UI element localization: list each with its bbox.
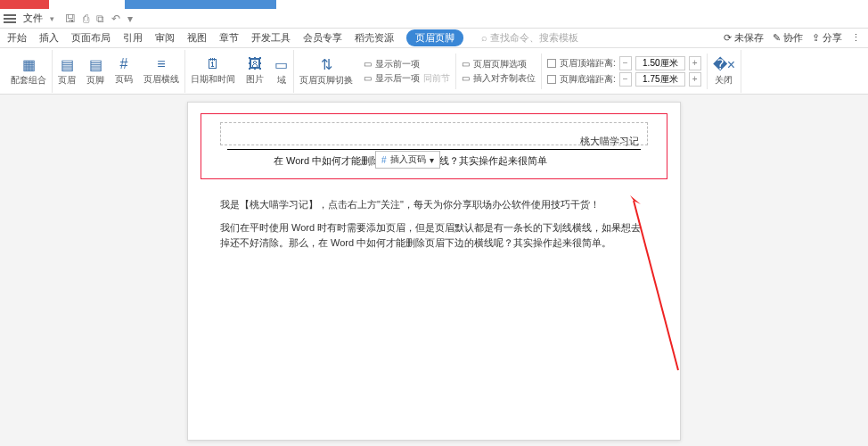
dec-top[interactable]: − — [619, 56, 632, 70]
grp-prevnext: ▭显示前一项 ▭显示后一项同前节 — [358, 58, 455, 85]
quick-access: 🖫 ⎙ ⧉ ↶ ▾ — [58, 12, 133, 25]
show-prev[interactable]: 显示前一项 — [375, 58, 420, 70]
inc-top[interactable]: + — [689, 56, 701, 70]
tab-layout[interactable]: 页面布局 — [71, 31, 111, 45]
preview-icon[interactable]: ⧉ — [96, 12, 104, 25]
undo-icon[interactable]: ↶ — [111, 12, 120, 25]
inc-bot[interactable]: + — [689, 72, 701, 87]
grp-pagenum[interactable]: #页码 — [110, 50, 138, 93]
prev-icon[interactable]: ▭ — [364, 59, 372, 69]
title-bar — [0, 0, 868, 9]
same-prev[interactable]: 同前节 — [423, 72, 450, 85]
opt-icon[interactable]: ▭ — [462, 59, 470, 69]
caret-icon: ▾ — [430, 155, 434, 165]
hf-options[interactable]: 页眉页脚选项 — [473, 58, 527, 70]
print-icon[interactable]: ⎙ — [83, 12, 89, 25]
grp-header[interactable]: ▤页眉 — [53, 50, 81, 93]
tab-reference[interactable]: 引用 — [123, 31, 143, 45]
grp-distance: 页眉顶端距离:−+ 页脚底端距离:−+ — [542, 56, 707, 87]
hamburger-icon[interactable] — [4, 14, 16, 23]
tab-icon[interactable]: ▭ — [462, 73, 470, 83]
grp-options: ▭页眉页脚选项 ▭插入对齐制表位 — [456, 58, 541, 85]
workspace: ▤ 页眉 桃大喵学习记 在 Word 中如何才能删除页眉下边的横线？其实操作起来… — [0, 95, 868, 446]
tab-start[interactable]: 开始 — [7, 31, 27, 45]
pagenum-icon: # — [381, 155, 387, 165]
tab-view[interactable]: 视图 — [187, 31, 207, 45]
redo-icon[interactable]: ▾ — [127, 12, 133, 25]
input-bot[interactable] — [635, 72, 685, 87]
paragraph-2: 我们在平时使用 Word 时有时需要添加页眉，但是页眉默认都是有一条长的下划线横… — [220, 220, 648, 250]
next-icon[interactable]: ▭ — [364, 73, 372, 83]
tabs-row: 开始 插入 页面布局 引用 审阅 视图 章节 开发工具 会员专享 稻壳资源 页眉… — [0, 29, 868, 48]
check-bot[interactable] — [547, 75, 556, 84]
align-tab[interactable]: 插入对齐制表位 — [473, 72, 536, 85]
show-next[interactable]: 显示后一项 — [375, 72, 420, 85]
lbl-top: 页眉顶端距离: — [560, 57, 616, 70]
tab-insert[interactable]: 插入 — [39, 31, 59, 45]
coop-button[interactable]: ✎ 协作 — [773, 31, 803, 45]
share-button[interactable]: ⇪ 分享 — [812, 31, 842, 45]
grp-picture[interactable]: 🖼图片 — [241, 50, 269, 93]
grp-field[interactable]: ▭域 — [269, 50, 294, 93]
paragraph-1: 我是【桃大喵学习记】，点击右上方"关注"，每天为你分享职场办公软件使用技巧干货！ — [220, 197, 648, 212]
grp-headerline[interactable]: ≡页眉横线 — [138, 50, 185, 93]
grp-footer[interactable]: ▤页脚 — [81, 50, 110, 93]
tab-review[interactable]: 审阅 — [155, 31, 175, 45]
check-top[interactable] — [547, 59, 556, 68]
tab-member[interactable]: 会员专享 — [303, 31, 342, 45]
ribbon: ▦配套组合 ▤页眉 ▤页脚 #页码 ≡页眉横线 🗓日期和时间 🖼图片 ▭域 ⇅页… — [0, 48, 868, 95]
grp-combo[interactable]: ▦配套组合 — [5, 50, 53, 93]
page: 桃大喵学习记 在 Word 中如何才能删除页眉下边的横线？其实操作起来很简单 #… — [187, 102, 681, 441]
pagenum-label: 插入页码 — [390, 153, 426, 166]
save-icon[interactable]: 🖫 — [65, 12, 76, 25]
grp-switch[interactable]: ⇅页眉页脚切换 — [294, 50, 358, 93]
header-text[interactable]: 桃大喵学习记 — [227, 135, 641, 150]
lbl-bot: 页脚底端距离: — [560, 73, 616, 86]
menu-bar: 文件 ▾ 🖫 ⎙ ⧉ ↶ ▾ — [0, 9, 868, 29]
file-menu[interactable]: 文件 — [20, 12, 46, 25]
search-box[interactable]: ⌕ 查找命令、搜索模板 — [481, 31, 578, 45]
more-icon[interactable]: ⋮ — [851, 32, 861, 44]
grp-datetime[interactable]: 🗓日期和时间 — [185, 50, 241, 93]
tab-devtools[interactable]: 开发工具 — [251, 31, 291, 45]
caret-down-icon: ▾ — [50, 14, 54, 23]
dec-bot[interactable]: − — [619, 72, 632, 87]
tab-resource[interactable]: 稻壳资源 — [355, 31, 394, 45]
tab-section[interactable]: 章节 — [219, 31, 239, 45]
grp-close[interactable]: �×关闭 — [708, 50, 741, 93]
unsaved-indicator[interactable]: ⟳ 未保存 — [724, 31, 764, 45]
input-top[interactable] — [635, 56, 685, 70]
tab-header-footer[interactable]: 页眉页脚 — [406, 29, 463, 46]
insert-pagenum-dropdown[interactable]: #插入页码▾ — [375, 151, 440, 169]
